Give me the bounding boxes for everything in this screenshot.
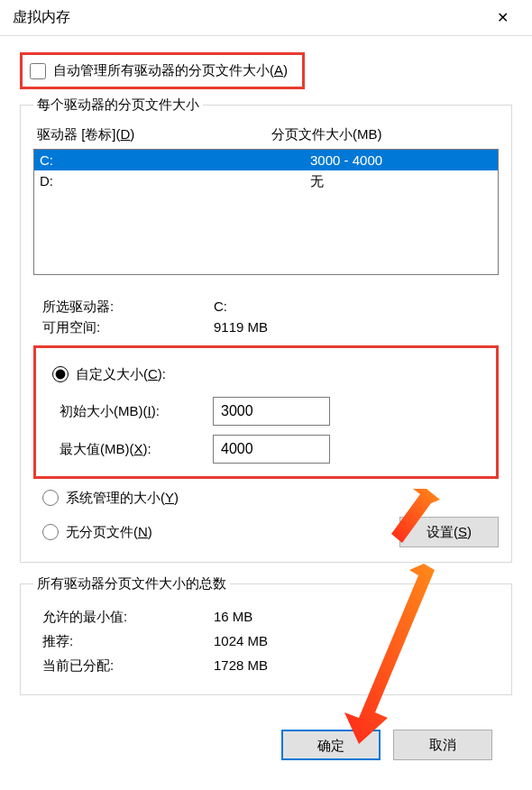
rec-row: 推荐: 1024 MB: [42, 633, 499, 650]
close-button[interactable]: ✕: [482, 4, 523, 32]
max-size-input[interactable]: [213, 435, 330, 464]
drive-row-c[interactable]: C: 3000 - 4000: [34, 150, 498, 170]
ok-button[interactable]: 确定: [281, 730, 381, 760]
auto-manage-checkbox-row[interactable]: 自动管理所有驱动器的分页文件大小(A): [20, 52, 305, 89]
close-icon: ✕: [497, 9, 509, 26]
auto-manage-checkbox[interactable]: [30, 63, 46, 79]
min-row: 允许的最小值: 16 MB: [42, 609, 499, 626]
auto-manage-label: 自动管理所有驱动器的分页文件大小(A): [53, 62, 288, 79]
totals-legend: 所有驱动器分页文件大小的总数: [33, 575, 230, 592]
custom-size-radio-row[interactable]: 自定义大小(C):: [52, 361, 489, 388]
rec-label: 推荐:: [42, 633, 214, 650]
drive-letter: C:: [40, 152, 310, 168]
cur-label: 当前已分配:: [42, 657, 214, 675]
selected-drive-value: C:: [214, 299, 499, 316]
initial-size-input[interactable]: [213, 397, 330, 426]
selected-drive-label: 所选驱动器:: [42, 299, 214, 316]
drive-letter: D:: [40, 173, 310, 190]
window-title: 虚拟内存: [13, 8, 70, 27]
no-pagefile-label: 无分页文件(N): [66, 524, 152, 541]
initial-size-label: 初始大小(MB)(I):: [60, 403, 213, 420]
max-size-row: 最大值(MB)(X):: [60, 435, 489, 464]
cur-row: 当前已分配: 1728 MB: [42, 657, 499, 675]
max-size-label: 最大值(MB)(X):: [60, 441, 213, 458]
per-drive-legend: 每个驱动器的分页文件大小: [33, 96, 203, 114]
drive-list[interactable]: C: 3000 - 4000 D: 无: [33, 149, 499, 275]
totals-group: 所有驱动器分页文件大小的总数 允许的最小值: 16 MB 推荐: 1024 MB…: [20, 575, 512, 695]
per-drive-group: 每个驱动器的分页文件大小 驱动器 [卷标](D) 分页文件大小(MB) C: 3…: [20, 96, 512, 563]
custom-size-radio[interactable]: [52, 366, 69, 382]
no-pagefile-radio[interactable]: [42, 524, 59, 540]
titlebar: 虚拟内存 ✕: [0, 0, 532, 36]
drive-size: 无: [310, 173, 492, 190]
free-space-row: 可用空间: 9119 MB: [42, 319, 499, 336]
system-managed-radio-row[interactable]: 系统管理的大小(Y): [42, 484, 499, 511]
cancel-button[interactable]: 取消: [393, 730, 492, 760]
no-pagefile-radio-row[interactable]: 无分页文件(N): [42, 519, 152, 546]
min-label: 允许的最小值:: [42, 609, 214, 626]
min-value: 16 MB: [214, 609, 499, 626]
system-managed-label: 系统管理的大小(Y): [66, 490, 179, 507]
custom-size-label: 自定义大小(C):: [76, 366, 166, 383]
set-button[interactable]: 设置(S): [399, 517, 499, 547]
drive-list-header: 驱动器 [卷标](D) 分页文件大小(MB): [37, 126, 499, 143]
free-space-label: 可用空间:: [42, 319, 214, 336]
drive-row-d[interactable]: D: 无: [34, 170, 498, 193]
header-drive: 驱动器 [卷标](D): [37, 126, 271, 143]
initial-size-row: 初始大小(MB)(I):: [60, 397, 489, 426]
cur-value: 1728 MB: [214, 657, 499, 675]
header-size: 分页文件大小(MB): [271, 126, 499, 143]
drive-size: 3000 - 4000: [310, 152, 492, 168]
selected-drive-row: 所选驱动器: C:: [42, 299, 499, 316]
rec-value: 1024 MB: [214, 633, 499, 650]
system-managed-radio[interactable]: [42, 490, 59, 506]
free-space-value: 9119 MB: [214, 319, 499, 336]
custom-size-highlight: 自定义大小(C): 初始大小(MB)(I): 最大值(MB)(X):: [33, 345, 499, 479]
